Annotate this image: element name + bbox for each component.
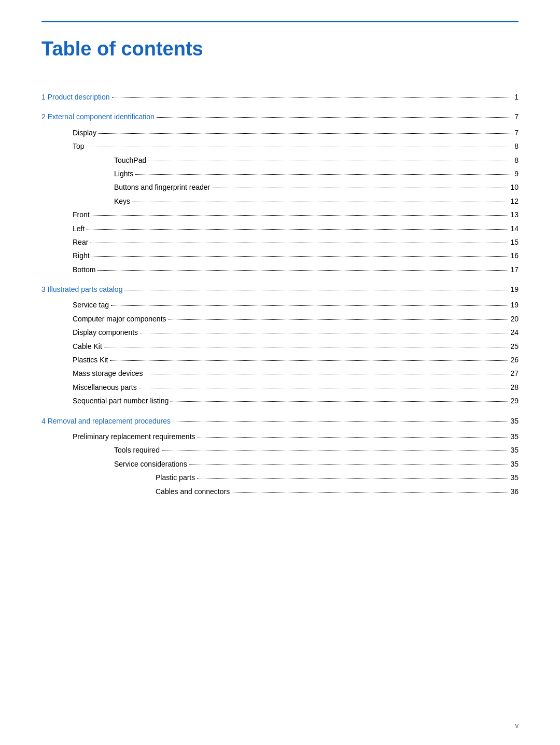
toc-page: 19: [510, 299, 519, 311]
toc-label: 1 Product description: [41, 91, 110, 103]
toc-dots: [99, 133, 512, 134]
top-border: [41, 21, 519, 22]
toc-entry[interactable]: Display7: [41, 127, 519, 138]
toc-entry[interactable]: Lights9: [41, 168, 519, 179]
toc-dots: [87, 229, 508, 230]
toc-dots: [189, 465, 509, 465]
toc-entry[interactable]: Plastic parts35: [41, 472, 519, 483]
toc-page: 16: [510, 250, 519, 261]
toc-page: 29: [510, 395, 519, 406]
toc-dots: [92, 256, 509, 257]
toc-page: 20: [510, 313, 519, 325]
toc-entry[interactable]: Sequential part number listing29: [41, 395, 519, 406]
toc-page: 8: [514, 154, 519, 166]
toc-page: 10: [510, 181, 519, 193]
toc-label: 3 Illustrated parts catalog: [41, 284, 122, 295]
toc-label: Buttons and fingerprint reader: [114, 181, 210, 193]
toc-page: 8: [514, 140, 519, 152]
toc-dots: [232, 492, 508, 493]
toc-dots: [140, 333, 508, 333]
toc-entry[interactable]: 1 Product description1: [41, 91, 519, 103]
toc-page: 7: [514, 111, 519, 122]
toc-entry[interactable]: 2 External component identification7: [41, 111, 519, 122]
toc-label: Miscellaneous parts: [73, 382, 137, 393]
toc-page: 9: [514, 168, 519, 179]
toc-page: 19: [510, 284, 519, 295]
toc-entry[interactable]: Miscellaneous parts28: [41, 382, 519, 393]
toc-entry[interactable]: Rear15: [41, 236, 519, 248]
toc-label: Top: [73, 140, 85, 152]
toc-page: 12: [510, 195, 519, 207]
toc-dots: [87, 147, 513, 147]
toc-entry[interactable]: Plastics Kit26: [41, 354, 519, 366]
toc-dots: [169, 319, 509, 320]
toc-entry[interactable]: Mass storage devices27: [41, 368, 519, 379]
toc-page: 14: [510, 223, 519, 234]
toc-page: 24: [510, 327, 519, 338]
toc-entry[interactable]: Tools required35: [41, 444, 519, 456]
toc-label: Keys: [114, 195, 130, 207]
toc-page: 35: [510, 444, 519, 456]
toc-dots: [148, 161, 512, 161]
toc-page: 7: [514, 127, 519, 138]
toc-label: TouchPad: [114, 154, 146, 166]
toc-entry[interactable]: Top8: [41, 140, 519, 152]
toc-label: Service considerations: [114, 458, 187, 470]
toc-label: Rear: [73, 236, 88, 248]
toc-entry[interactable]: Display components24: [41, 327, 519, 338]
toc-label: Computer major components: [73, 313, 166, 325]
toc-dots: [145, 374, 508, 374]
toc-label: Tools required: [114, 444, 160, 456]
page-title: Table of contents: [41, 33, 519, 60]
toc-entry[interactable]: Left14: [41, 223, 519, 234]
toc-page: 25: [510, 341, 519, 352]
toc-page: 17: [510, 264, 519, 275]
toc-dots: [110, 360, 508, 361]
toc-page: 27: [510, 368, 519, 379]
toc-entry[interactable]: Service considerations35: [41, 458, 519, 470]
toc-dots: [97, 270, 508, 271]
toc-page: 26: [510, 354, 519, 366]
toc-label: Display: [73, 127, 96, 138]
toc-entry[interactable]: 3 Illustrated parts catalog19: [41, 284, 519, 295]
toc-page: 13: [510, 209, 519, 220]
toc-dots: [111, 305, 508, 306]
toc-dots: [198, 437, 509, 438]
toc-entry[interactable]: Preliminary replacement requirements35: [41, 431, 519, 442]
toc-entry[interactable]: Buttons and fingerprint reader10: [41, 181, 519, 193]
toc-label: 2 External component identification: [41, 111, 155, 122]
toc-label: Cables and connectors: [156, 486, 230, 497]
toc-entry[interactable]: Service tag19: [41, 299, 519, 311]
toc-label: Sequential part number listing: [73, 395, 169, 406]
toc-entry[interactable]: TouchPad8: [41, 154, 519, 166]
toc-label: Preliminary replacement requirements: [73, 431, 195, 442]
toc-entry[interactable]: Keys12: [41, 195, 519, 207]
toc-entry[interactable]: Front13: [41, 209, 519, 220]
toc-dots: [135, 174, 512, 175]
toc-label: 4 Removal and replacement procedures: [41, 415, 171, 427]
toc-dots: [212, 188, 508, 188]
page-footer: v: [515, 722, 519, 729]
toc-label: Service tag: [73, 299, 109, 311]
toc-page: 15: [510, 236, 519, 248]
toc-label: Lights: [114, 168, 133, 179]
toc-entry[interactable]: Right16: [41, 250, 519, 261]
toc-page: 28: [510, 382, 519, 393]
toc-container: 1 Product description12 External compone…: [41, 91, 519, 497]
toc-entry[interactable]: Cable Kit25: [41, 341, 519, 352]
toc-dots: [92, 215, 509, 216]
toc-dots: [162, 451, 508, 451]
toc-entry[interactable]: 4 Removal and replacement procedures35: [41, 415, 519, 427]
toc-dots: [139, 388, 509, 388]
toc-entry[interactable]: Cables and connectors36: [41, 486, 519, 497]
toc-page: 35: [510, 458, 519, 470]
toc-label: Plastic parts: [156, 472, 195, 483]
toc-label: Front: [73, 209, 90, 220]
toc-dots: [173, 421, 508, 422]
toc-label: Left: [73, 223, 85, 234]
toc-entry[interactable]: Bottom17: [41, 264, 519, 275]
toc-entry[interactable]: Computer major components20: [41, 313, 519, 325]
toc-page: 35: [510, 431, 519, 442]
toc-page: 36: [510, 486, 519, 497]
toc-dots: [90, 243, 508, 243]
